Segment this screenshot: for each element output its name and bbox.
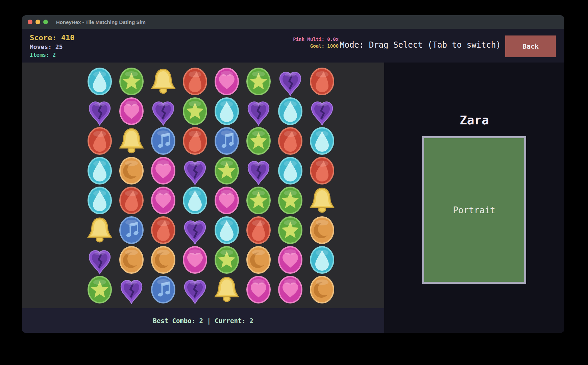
moon-icon — [118, 156, 145, 185]
tile-blue-music-note[interactable] — [147, 126, 179, 156]
tile-purple-broken-heart[interactable] — [306, 96, 338, 126]
moon-icon — [118, 245, 145, 274]
combo-label: Best Combo: 2 | Current: 2 — [153, 317, 253, 324]
tile-green-star[interactable] — [84, 275, 116, 305]
tile-pink-heart[interactable] — [147, 186, 179, 215]
tile-pink-heart[interactable] — [179, 245, 211, 275]
moon-icon — [150, 245, 177, 274]
star-icon — [277, 216, 304, 245]
tile-green-star[interactable] — [274, 215, 306, 245]
close-button[interactable] — [28, 20, 32, 24]
droplet-icon — [309, 245, 336, 274]
droplet-icon — [86, 186, 113, 215]
tile-purple-broken-heart[interactable] — [179, 275, 211, 305]
tile-yellow-bell[interactable] — [84, 215, 116, 245]
bell-icon — [309, 186, 336, 215]
broken-icon — [86, 97, 113, 126]
tile-green-star[interactable] — [179, 96, 211, 126]
tile-yellow-bell[interactable] — [147, 67, 179, 96]
tile-red-flame[interactable] — [116, 186, 147, 215]
flame-icon — [309, 67, 336, 96]
tile-pink-heart[interactable] — [116, 96, 147, 126]
tile-yellow-bell[interactable] — [211, 275, 243, 305]
tile-green-star[interactable] — [243, 67, 274, 96]
items-label: Items: 2 — [30, 51, 74, 59]
moon-icon — [245, 245, 272, 274]
partner-panel: Zara Portrait — [384, 63, 564, 333]
heart-icon — [213, 186, 240, 215]
tile-blue-music-note[interactable] — [211, 126, 243, 156]
tile-blue-music-note[interactable] — [116, 215, 147, 245]
partner-name: Zara — [384, 113, 564, 127]
tile-orange-crescent-moon[interactable] — [116, 245, 147, 275]
tile-red-flame[interactable] — [147, 215, 179, 245]
tile-green-star[interactable] — [116, 67, 147, 96]
tile-purple-broken-heart[interactable] — [243, 96, 274, 126]
tile-purple-broken-heart[interactable] — [179, 215, 211, 245]
tile-water-droplet[interactable] — [274, 96, 306, 126]
tile-orange-crescent-moon[interactable] — [306, 275, 338, 305]
tile-pink-heart[interactable] — [211, 67, 243, 96]
tile-water-droplet[interactable] — [211, 96, 243, 126]
tile-pink-heart[interactable] — [274, 275, 306, 305]
tile-orange-crescent-moon[interactable] — [243, 245, 274, 275]
note-icon — [213, 126, 240, 155]
tile-purple-broken-heart[interactable] — [274, 67, 306, 96]
tile-water-droplet[interactable] — [84, 186, 116, 215]
hud-bar: Score: 410 Moves: 25 Items: 2 Pink Multi… — [22, 29, 564, 63]
star-icon — [86, 275, 113, 304]
tile-water-droplet[interactable] — [211, 215, 243, 245]
tile-yellow-bell[interactable] — [306, 186, 338, 215]
tile-purple-broken-heart[interactable] — [116, 275, 147, 305]
tile-purple-broken-heart[interactable] — [179, 156, 211, 186]
tile-purple-broken-heart[interactable] — [243, 156, 274, 186]
flame-icon — [86, 126, 113, 155]
zoom-button[interactable] — [43, 20, 48, 24]
flame-icon — [118, 186, 145, 215]
back-button[interactable]: Back — [505, 35, 556, 57]
tile-water-droplet[interactable] — [84, 67, 116, 96]
tile-water-droplet[interactable] — [84, 156, 116, 186]
tile-orange-crescent-moon[interactable] — [147, 245, 179, 275]
tile-orange-crescent-moon[interactable] — [116, 156, 147, 186]
tile-purple-broken-heart[interactable] — [84, 245, 116, 275]
broken-icon — [181, 275, 209, 304]
tile-red-flame[interactable] — [179, 126, 211, 156]
tile-pink-heart[interactable] — [274, 245, 306, 275]
bell-icon — [118, 126, 145, 155]
star-icon — [118, 67, 145, 96]
tile-yellow-bell[interactable] — [116, 126, 147, 156]
tile-green-star[interactable] — [274, 186, 306, 215]
note-icon — [150, 126, 177, 155]
tile-red-flame[interactable] — [306, 156, 338, 186]
tile-red-flame[interactable] — [306, 67, 338, 96]
partner-portrait: Portrait — [422, 136, 526, 284]
hud-left-stats: Score: 410 Moves: 25 Items: 2 — [30, 33, 74, 59]
minimize-button[interactable] — [35, 20, 40, 24]
tile-water-droplet[interactable] — [274, 156, 306, 186]
tile-water-droplet[interactable] — [179, 186, 211, 215]
tile-green-star[interactable] — [211, 245, 243, 275]
tile-orange-crescent-moon[interactable] — [306, 215, 338, 245]
heart-icon — [277, 275, 304, 304]
tile-pink-heart[interactable] — [211, 186, 243, 215]
tile-purple-broken-heart[interactable] — [147, 96, 179, 126]
tile-green-star[interactable] — [243, 126, 274, 156]
tile-pink-heart[interactable] — [243, 275, 274, 305]
droplet-icon — [213, 216, 240, 245]
tile-blue-music-note[interactable] — [147, 275, 179, 305]
tile-green-star[interactable] — [243, 186, 274, 215]
flame-icon — [181, 126, 209, 155]
tile-green-star[interactable] — [211, 156, 243, 186]
bell-icon — [213, 275, 240, 304]
tile-purple-broken-heart[interactable] — [84, 96, 116, 126]
tile-red-flame[interactable] — [179, 67, 211, 96]
tile-red-flame[interactable] — [243, 215, 274, 245]
tile-pink-heart[interactable] — [147, 156, 179, 186]
tile-red-flame[interactable] — [84, 126, 116, 156]
tile-water-droplet[interactable] — [306, 126, 338, 156]
heart-icon — [118, 97, 145, 126]
tile-water-droplet[interactable] — [306, 245, 338, 275]
droplet-icon — [277, 156, 304, 185]
tile-red-flame[interactable] — [274, 126, 306, 156]
